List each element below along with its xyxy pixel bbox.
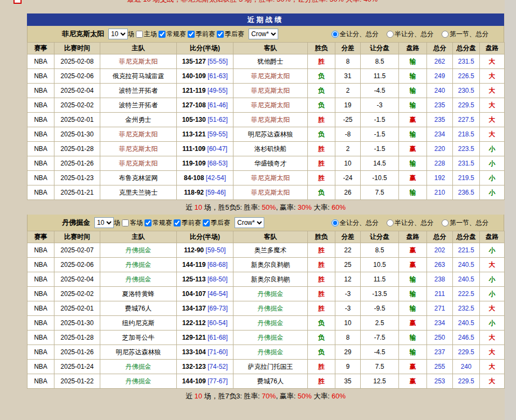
scope-half-handicap-radio[interactable]: 半让分、总分	[385, 218, 434, 228]
venue-label: 客场	[130, 218, 143, 228]
preseason-checkbox[interactable]	[188, 31, 195, 38]
result-row: NBA2025-01-30菲尼克斯太阳113-121 [59-55]明尼苏达森林…	[27, 127, 505, 142]
date-cell: 2025-01-26	[54, 345, 100, 360]
games-count-select[interactable]: 10	[94, 217, 114, 228]
home-team-cell: 丹佛掘金	[100, 360, 177, 374]
result-row: NBA2025-02-01金州勇士105-130 [51-62]菲尼克斯太阳胜-…	[27, 113, 505, 127]
total-points-cell: 228	[427, 156, 453, 171]
scope-half-handicap-label: 半让分、总分	[395, 30, 434, 39]
scope-half-handicap-radio[interactable]: 半让分、总分	[385, 30, 434, 39]
home-team-cell: 金州勇士	[100, 113, 177, 127]
col-header-home: 主队	[100, 43, 177, 54]
scope-half-handicap-input[interactable]	[387, 31, 394, 38]
regular-season-filter[interactable]: 常规赛	[143, 218, 172, 228]
result-cell: 胜	[308, 54, 335, 69]
venue-checkbox[interactable]	[122, 219, 129, 226]
total-points-cell: 192	[427, 171, 453, 185]
point-diff-cell: -3	[335, 301, 361, 316]
scope-first-quarter-radio[interactable]: 第一节、总分	[440, 218, 489, 228]
summary-segment: 10	[195, 203, 202, 211]
result-cell: 胜	[308, 272, 335, 287]
clipped-checkbox[interactable]	[13, 0, 22, 4]
venue-filter[interactable]: 主场	[134, 30, 157, 39]
away-team-cell: 丹佛掘金	[233, 316, 308, 331]
total-line-cell: 240.5	[453, 258, 480, 272]
header-row: 赛事 比赛时间 主队 比分(半场) 客队 胜负 分差 让分盘 盘路 总分 总分盘…	[27, 43, 505, 54]
venue-checkbox[interactable]	[136, 31, 143, 38]
scope-first-quarter-radio[interactable]: 第一节、总分	[440, 30, 489, 39]
total-points-cell: 253	[427, 374, 453, 389]
date-cell: 2025-01-28	[54, 331, 100, 345]
preseason-filter[interactable]: 季前赛	[186, 30, 215, 39]
scope-full-handicap-radio[interactable]: 全让分、总分	[330, 218, 379, 228]
col-header-diff: 分差	[335, 43, 361, 54]
point-diff-cell: 10	[335, 156, 361, 171]
score-cell: 129-121 [61-68]	[177, 331, 233, 345]
regular-season-checkbox[interactable]	[159, 31, 166, 38]
preseason-filter[interactable]: 季前赛	[172, 218, 201, 228]
scope-full-handicap-input[interactable]	[332, 31, 339, 38]
venue-filter[interactable]: 客场	[120, 218, 143, 228]
home-team-cell: 波特兰开拓者	[100, 98, 177, 113]
result-row: NBA2025-01-22丹佛掘金144-109 [77-67]费城76人胜35…	[27, 374, 505, 389]
home-team-cell: 明尼苏达森林狼	[100, 345, 177, 360]
scope-first-quarter-input[interactable]	[442, 31, 449, 38]
away-team-cell: 丹佛掘金	[233, 301, 308, 316]
score-cell: 144-119 [68-68]	[177, 258, 233, 272]
home-team-cell: 纽约尼克斯	[100, 316, 177, 331]
team-name: 丹佛掘金	[62, 218, 90, 228]
score-cell: 112-90 [59-50]	[177, 243, 233, 258]
playoffs-checkbox[interactable]	[217, 31, 224, 38]
playoffs-filter[interactable]: 季后赛	[201, 218, 230, 228]
scope-full-handicap-input[interactable]	[332, 219, 339, 226]
result-cell: 负	[308, 185, 335, 200]
summary-segment: 近	[185, 392, 195, 400]
playoffs-checkbox[interactable]	[203, 219, 210, 226]
away-team-cell: 新奥尔良鹈鹕	[233, 258, 308, 272]
result-cell: 负	[308, 69, 335, 84]
away-team-cell: 犹他爵士	[233, 54, 308, 69]
col-header-time: 比赛时间	[54, 231, 100, 243]
regular-season-checkbox[interactable]	[145, 219, 152, 226]
home-team-cell: 波特兰开拓者	[100, 84, 177, 98]
suns-section: 菲尼克斯太阳 10 场 主场 常规赛 季前赛	[27, 26, 504, 215]
date-cell: 2025-02-06	[54, 258, 100, 272]
col-header-total-line: 总分盘	[453, 43, 480, 54]
scope-first-quarter-input[interactable]	[442, 219, 449, 226]
score-cell: 134-137 [69-73]	[177, 301, 233, 316]
summary-segment: 大率:	[312, 392, 332, 400]
games-count-select[interactable]: 10	[108, 29, 128, 39]
col-header-league: 赛事	[27, 43, 54, 54]
summary-segment: 10	[195, 392, 202, 400]
bookmaker-select[interactable]: Crow*	[249, 29, 278, 39]
total-line-cell: 230.5	[453, 84, 480, 98]
date-cell: 2025-02-02	[54, 98, 100, 113]
home-team-cell: 布鲁克林篮网	[100, 171, 177, 185]
col-header-handicap-trend: 盘路	[399, 231, 427, 243]
result-row: NBA2025-01-24丹佛掘金132-123 [74-52]萨克拉门托国王胜…	[27, 360, 505, 374]
date-cell: 2025-01-30	[54, 127, 100, 142]
playoffs-filter[interactable]: 季后赛	[215, 30, 244, 39]
total-result-cell: 大	[480, 98, 505, 113]
bookmaker-select[interactable]: Crow*	[235, 217, 264, 228]
result-cell: 负	[308, 345, 335, 360]
league-cell: NBA	[27, 287, 54, 301]
handicap-result-cell: 输	[399, 127, 427, 142]
result-row: NBA2025-01-21克里夫兰骑士118-92 [59-46]菲尼克斯太阳负…	[27, 185, 505, 200]
total-line-cell: 240.5	[453, 316, 480, 331]
scope-half-handicap-input[interactable]	[387, 219, 394, 226]
result-row: NBA2025-01-28芝加哥公牛129-121 [61-68]丹佛掘金负8-…	[27, 331, 505, 345]
home-team-cell: 芝加哥公牛	[100, 331, 177, 345]
point-diff-cell: -8	[335, 127, 361, 142]
regular-season-filter[interactable]: 常规赛	[157, 30, 186, 39]
playoffs-label: 季后赛	[211, 218, 230, 228]
preseason-label: 季前赛	[196, 30, 215, 39]
scope-full-handicap-radio[interactable]: 全让分、总分	[330, 30, 379, 39]
date-cell: 2025-02-08	[54, 54, 100, 69]
col-header-handicap: 让分盘	[361, 231, 399, 243]
preseason-checkbox[interactable]	[174, 219, 181, 226]
summary-segment: , 赢率:	[276, 392, 298, 400]
col-header-handicap-trend: 盘路	[399, 43, 427, 54]
league-cell: NBA	[27, 113, 54, 127]
point-diff-cell: 8	[335, 331, 361, 345]
